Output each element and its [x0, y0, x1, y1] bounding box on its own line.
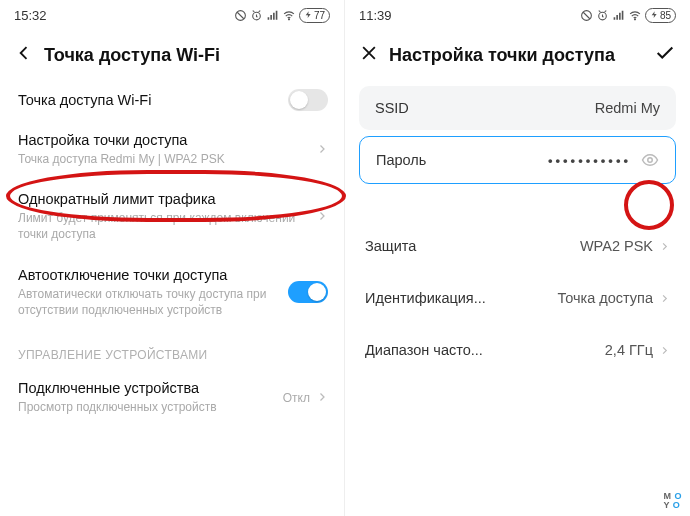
row-security[interactable]: Защита WPA2 PSK — [345, 220, 690, 272]
battery-indicator: 85 — [645, 8, 676, 23]
row-auto-off[interactable]: Автоотключение точки доступа Автоматичес… — [0, 255, 344, 330]
chevron-right-icon — [659, 293, 670, 304]
password-value: ••••••••••• — [548, 153, 631, 168]
status-icons-left: 77 — [234, 8, 330, 23]
status-bar-right: 11:39 85 — [345, 0, 690, 30]
back-icon[interactable] — [14, 43, 34, 67]
page-title-left: Точка доступа Wi-Fi — [44, 45, 330, 66]
row-band[interactable]: Диапазон часто... 2,4 ГГц — [345, 324, 690, 376]
eye-icon[interactable] — [641, 151, 659, 169]
wifi-icon — [282, 9, 296, 22]
page-title-right: Настройка точки доступа — [389, 45, 654, 66]
dnd-icon — [580, 9, 593, 22]
dnd-icon — [234, 9, 247, 22]
close-icon[interactable] — [359, 43, 379, 67]
auto-off-toggle[interactable] — [288, 281, 328, 303]
chevron-right-icon — [659, 345, 670, 356]
row-setup[interactable]: Настройка точки доступа Точка доступа Re… — [0, 120, 344, 179]
ident-value: Точка доступа — [557, 290, 653, 306]
chevron-right-icon — [316, 141, 328, 159]
row-connected-devices[interactable]: Подключенные устройства Просмотр подключ… — [0, 368, 344, 427]
battery-indicator: 77 — [299, 8, 330, 23]
status-bar-left: 15:32 77 — [0, 0, 344, 30]
svg-point-2 — [288, 18, 289, 19]
screen-hotspot-setup: 11:39 85 Настройка точки доступа — [345, 0, 690, 516]
row-hotspot-toggle[interactable]: Точка доступа Wi-Fi — [0, 80, 344, 120]
ssid-value: Redmi My — [595, 100, 660, 116]
alarm-icon — [596, 9, 609, 22]
status-time: 15:32 — [14, 8, 47, 23]
devices-value: Откл — [283, 391, 310, 405]
hotspot-toggle[interactable] — [288, 89, 328, 111]
row-identification[interactable]: Идентификация... Точка доступа — [345, 272, 690, 324]
chevron-right-icon — [659, 241, 670, 252]
wifi-icon — [628, 9, 642, 22]
moyo-logo: M OY O — [663, 492, 682, 510]
chevron-right-icon — [316, 389, 328, 407]
screen-hotspot-main: 15:32 77 Точка доступа Wi-Fi Точка досту… — [0, 0, 345, 516]
password-field[interactable]: Пароль ••••••••••• — [359, 136, 676, 184]
signal-icon — [612, 9, 625, 22]
alarm-icon — [250, 9, 263, 22]
status-time: 11:39 — [359, 8, 392, 23]
svg-point-5 — [634, 18, 635, 19]
ssid-field[interactable]: SSID Redmi My — [359, 86, 676, 130]
band-value: 2,4 ГГц — [605, 342, 653, 358]
signal-icon — [266, 9, 279, 22]
svg-point-6 — [648, 158, 653, 163]
status-icons-right: 85 — [580, 8, 676, 23]
header-left: Точка доступа Wi-Fi — [0, 30, 344, 80]
security-value: WPA2 PSK — [580, 238, 653, 254]
row-traffic-limit[interactable]: Однократный лимит трафика Лимит будет пр… — [0, 179, 344, 254]
chevron-right-icon — [316, 208, 328, 226]
confirm-icon[interactable] — [654, 42, 676, 68]
header-right: Настройка точки доступа — [345, 30, 690, 80]
section-devices-label: УПРАВЛЕНИЕ УСТРОЙСТВАМИ — [0, 330, 344, 368]
